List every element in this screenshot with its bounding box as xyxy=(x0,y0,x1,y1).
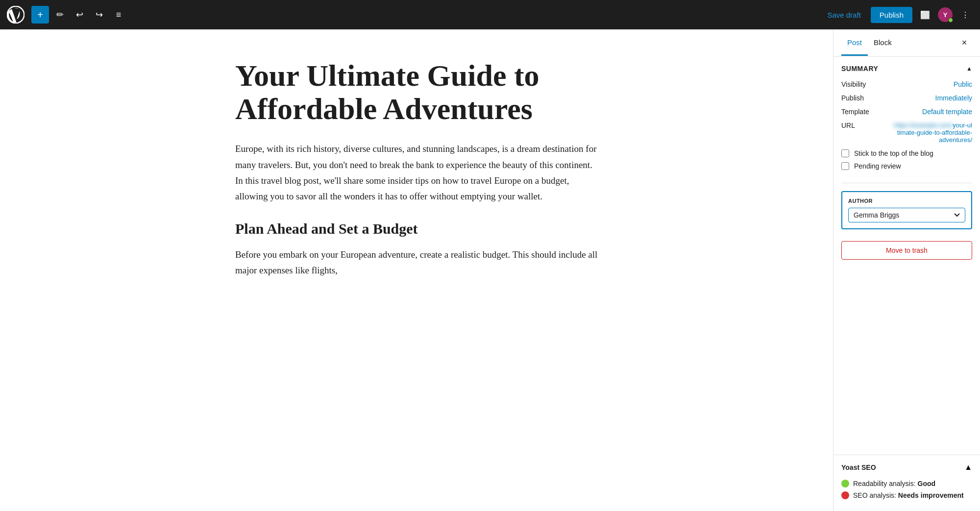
url-value[interactable]: https://example.com/your-ultimate-guide-… xyxy=(894,122,972,144)
author-section: AUTHOR Gemma Briggs Admin xyxy=(841,191,972,229)
visibility-row: Visibility Public xyxy=(841,80,972,88)
stick-to-top-row: Stick to the top of the blog xyxy=(841,149,972,157)
seo-row: SEO analysis: Needs improvement xyxy=(841,491,972,499)
author-label: AUTHOR xyxy=(848,198,965,204)
editor-content: Your Ultimate Guide to Affordable Advent… xyxy=(235,59,598,482)
sidebar-panel: Summary ▲ Visibility Public Publish Imme… xyxy=(833,57,980,455)
editor-area: Your Ultimate Guide to Affordable Advent… xyxy=(0,29,833,511)
publish-row: Publish Immediately xyxy=(841,94,972,102)
redo-button[interactable]: ↪ xyxy=(90,6,108,24)
list-view-icon: ≡ xyxy=(116,10,122,20)
url-label: URL xyxy=(841,122,881,129)
seo-label: SEO analysis: xyxy=(853,491,896,499)
edit-icon: ✏ xyxy=(56,9,64,20)
more-options-button[interactable]: ⋮ xyxy=(956,6,974,24)
template-value[interactable]: Default template xyxy=(922,108,972,116)
url-row: URL https://example.com/your-ultimate-gu… xyxy=(841,122,972,144)
publish-label: Publish xyxy=(841,94,881,102)
undo-icon: ↩ xyxy=(76,9,83,20)
close-icon: × xyxy=(962,38,967,48)
tab-block[interactable]: Block xyxy=(868,30,898,56)
post-body-budget[interactable]: Before you embark on your European adven… xyxy=(235,247,598,279)
yoast-header[interactable]: Yoast SEO ▲ xyxy=(841,463,972,472)
template-label: Template xyxy=(841,108,881,116)
toolbar-right: Save draft Publish ⬜ Y ⋮ xyxy=(821,6,974,24)
preview-button[interactable]: ⬜ xyxy=(916,6,934,24)
wp-logo[interactable] xyxy=(6,5,25,24)
pending-review-label[interactable]: Pending review xyxy=(854,162,901,170)
publish-value[interactable]: Immediately xyxy=(935,94,972,102)
author-select[interactable]: Gemma Briggs Admin xyxy=(848,208,965,222)
stick-to-top-label[interactable]: Stick to the top of the blog xyxy=(854,149,933,157)
yoast-logo: Y xyxy=(943,11,948,19)
readability-dot xyxy=(841,480,849,487)
post-subheading[interactable]: Plan Ahead and Set a Budget xyxy=(235,220,598,237)
sidebar-tabs: Post Block × xyxy=(833,29,980,57)
list-view-button[interactable]: ≡ xyxy=(110,6,127,24)
post-body-intro[interactable]: Europe, with its rich history, diverse c… xyxy=(235,141,598,204)
yoast-status-dot xyxy=(948,18,953,23)
readability-label: Readability analysis: xyxy=(853,480,916,487)
save-draft-button[interactable]: Save draft xyxy=(821,8,866,22)
main-layout: Your Ultimate Guide to Affordable Advent… xyxy=(0,29,980,511)
undo-button[interactable]: ↩ xyxy=(71,6,88,24)
yoast-title: Yoast SEO xyxy=(841,463,876,471)
url-blurred-part: https://example.com/ xyxy=(894,122,953,129)
yoast-button[interactable]: Y xyxy=(938,7,953,22)
summary-section: Summary ▲ Visibility Public Publish Imme… xyxy=(841,65,972,183)
add-block-button[interactable]: + xyxy=(31,6,49,24)
summary-toggle-icon: ▲ xyxy=(966,65,972,72)
yoast-section: Yoast SEO ▲ Readability analysis: Good S… xyxy=(833,455,980,511)
readability-value: Good xyxy=(918,480,936,487)
yoast-toggle-icon: ▲ xyxy=(964,463,972,472)
readability-text: Readability analysis: Good xyxy=(853,480,935,487)
summary-header[interactable]: Summary ▲ xyxy=(841,65,972,73)
pending-review-row: Pending review xyxy=(841,162,972,170)
publish-button[interactable]: Publish xyxy=(871,7,912,23)
sidebar-close-button[interactable]: × xyxy=(956,35,972,51)
tab-post[interactable]: Post xyxy=(841,30,868,56)
add-icon: + xyxy=(37,9,43,21)
visibility-value[interactable]: Public xyxy=(954,80,972,88)
readability-row: Readability analysis: Good xyxy=(841,480,972,487)
redo-icon: ↪ xyxy=(96,9,103,20)
seo-dot xyxy=(841,491,849,499)
template-row: Template Default template xyxy=(841,108,972,116)
move-to-trash-button[interactable]: Move to trash xyxy=(841,241,972,260)
preview-icon: ⬜ xyxy=(920,10,930,20)
edit-button[interactable]: ✏ xyxy=(51,6,69,24)
sidebar: Post Block × Summary ▲ Visibility Public… xyxy=(833,29,980,511)
seo-text: SEO analysis: Needs improvement xyxy=(853,491,964,499)
summary-title: Summary xyxy=(841,65,878,73)
pending-review-checkbox[interactable] xyxy=(841,162,849,170)
more-options-icon: ⋮ xyxy=(961,10,969,20)
visibility-label: Visibility xyxy=(841,80,881,88)
toolbar: + ✏ ↩ ↪ ≡ Save draft Publish ⬜ Y ⋮ xyxy=(0,0,980,29)
seo-value: Needs improvement xyxy=(898,491,964,499)
stick-to-top-checkbox[interactable] xyxy=(841,149,849,157)
post-title[interactable]: Your Ultimate Guide to Affordable Advent… xyxy=(235,59,598,125)
